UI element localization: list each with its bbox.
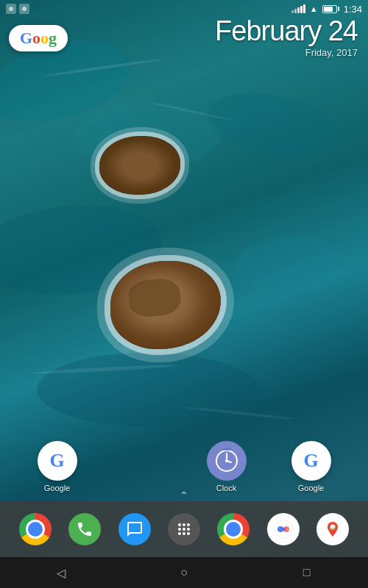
status-right: ▲ 1:34 xyxy=(291,4,362,15)
clock-icon xyxy=(207,441,247,481)
navigation-bar: ◁ ○ □ xyxy=(0,557,368,588)
google-left-icon: G xyxy=(49,450,64,472)
messages-icon xyxy=(118,513,151,545)
nav-back-button[interactable]: ◁ xyxy=(46,562,76,584)
chrome2-icon xyxy=(217,513,250,545)
phone-icon xyxy=(68,513,101,545)
home-app-clock[interactable]: Clock xyxy=(207,441,247,492)
svg-point-12 xyxy=(187,528,190,531)
dock-chrome2[interactable] xyxy=(216,512,251,547)
signal-icon xyxy=(291,4,305,13)
maps-icon xyxy=(316,513,349,545)
svg-point-19 xyxy=(281,528,285,531)
home-app-google-left[interactable]: G Google xyxy=(38,441,77,492)
svg-marker-6 xyxy=(220,448,233,451)
date-widget: February 24 Friday, 2017 xyxy=(215,16,358,58)
assistant-icon xyxy=(267,513,300,545)
bottom-dock xyxy=(0,501,368,557)
home-app-google-right[interactable]: G Google xyxy=(291,441,331,492)
nav-recents-button[interactable]: □ xyxy=(292,562,322,584)
apps-grid-icon xyxy=(168,513,200,545)
dock-assistant[interactable] xyxy=(266,512,301,547)
google-logo: Goog xyxy=(20,29,57,48)
date-sub: Friday, 2017 xyxy=(215,47,358,58)
home-app-area: G Google Clock G Goog xyxy=(0,441,368,492)
svg-point-10 xyxy=(178,528,181,531)
svg-point-13 xyxy=(178,532,181,535)
svg-point-1 xyxy=(22,7,26,11)
svg-point-14 xyxy=(183,532,185,535)
google-right-label: Google xyxy=(298,484,324,492)
svg-point-15 xyxy=(187,532,190,535)
nav-home-button[interactable]: ○ xyxy=(169,562,199,584)
dock-apps-grid[interactable] xyxy=(166,512,202,547)
google-search-bar[interactable]: Goog xyxy=(9,25,68,51)
svg-point-8 xyxy=(183,523,185,526)
battery-icon xyxy=(322,5,339,13)
google-right-icon: G xyxy=(303,450,318,472)
chrome-icon xyxy=(19,513,52,545)
swipe-up-hint: ⌃ xyxy=(180,490,188,501)
date-main: February 24 xyxy=(215,16,358,47)
status-time: 1:34 xyxy=(344,4,362,15)
dock-phone[interactable] xyxy=(67,512,102,547)
svg-point-7 xyxy=(178,523,181,526)
clock-label: Clock xyxy=(216,484,237,492)
notification-icon-1 xyxy=(6,4,16,14)
status-left xyxy=(6,4,29,14)
dock-messages[interactable] xyxy=(117,512,152,547)
svg-point-0 xyxy=(9,7,13,11)
svg-point-9 xyxy=(187,523,190,526)
dock-maps[interactable] xyxy=(315,512,350,547)
svg-point-5 xyxy=(225,459,228,462)
notification-icon-2 xyxy=(19,4,29,14)
dock-chrome[interactable] xyxy=(18,512,53,547)
wifi-icon: ▲ xyxy=(310,4,318,13)
google-left-label: Google xyxy=(44,484,70,492)
island-upper xyxy=(99,136,180,195)
svg-point-11 xyxy=(183,528,185,531)
